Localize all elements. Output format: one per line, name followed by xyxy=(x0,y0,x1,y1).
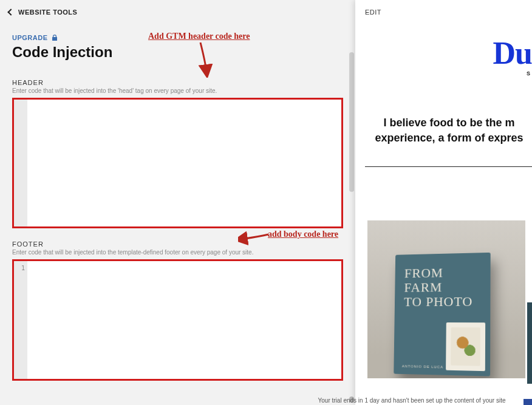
footer-code-input[interactable] xyxy=(27,261,341,379)
settings-panel: WEBSITE TOOLS UPGRADE Code Injection Add… xyxy=(0,0,355,405)
site-logo-text: Du xyxy=(355,38,532,69)
book-image: FROM FARM TO PHOTO ANTONIO DE LUCA xyxy=(367,220,525,378)
bottom-accent xyxy=(523,399,532,405)
preview-divider xyxy=(365,166,532,167)
back-link[interactable]: WEBSITE TOOLS xyxy=(0,0,355,22)
book-title: FROM FARM TO PHOTO xyxy=(395,253,491,310)
back-label: WEBSITE TOOLS xyxy=(18,9,77,16)
scroll-area: UPGRADE Code Injection Add GTM header co… xyxy=(0,24,355,405)
page-title: Code Injection xyxy=(12,44,343,61)
book-title-line-1: FROM FARM xyxy=(404,265,443,295)
hero-line-2: experience, a form of expres xyxy=(375,132,523,144)
footer-code-gutter: 1 xyxy=(14,261,27,379)
header-code-input[interactable] xyxy=(27,100,341,226)
edit-button[interactable]: EDIT xyxy=(355,0,532,19)
chevron-left-icon xyxy=(7,9,14,15)
header-code-gutter xyxy=(14,100,27,226)
footer-section-label: FOOTER xyxy=(12,240,343,248)
header-code-box xyxy=(12,98,343,228)
hero-text: I believe food to be the m experience, a… xyxy=(355,77,532,146)
scrollbar-thumb[interactable] xyxy=(349,52,354,192)
upgrade-link[interactable]: UPGRADE xyxy=(12,34,343,41)
lock-icon xyxy=(52,35,58,41)
upgrade-label: UPGRADE xyxy=(12,34,48,41)
hero-line-1: I believe food to be the m xyxy=(383,117,514,129)
preview-body: Du S I believe food to be the m experien… xyxy=(355,19,532,378)
book-author: ANTONIO DE LUCA xyxy=(402,364,443,369)
site-logo-sub: S xyxy=(355,70,532,77)
header-section-help: Enter code that will be injected into th… xyxy=(12,87,343,94)
side-book-edge xyxy=(527,302,532,384)
book-photo xyxy=(446,322,485,371)
header-section-label: HEADER xyxy=(12,79,343,86)
book-title-line-2: TO PHOTO xyxy=(404,294,472,309)
preview-panel: EDIT Du S I believe food to be the m exp… xyxy=(355,0,532,405)
annotation-footer-note: add body code here xyxy=(268,230,338,239)
footer-section-help: Enter code that will be injected into th… xyxy=(12,249,343,256)
footer-code-box: 1 xyxy=(12,259,343,381)
book-cover: FROM FARM TO PHOTO ANTONIO DE LUCA xyxy=(394,253,490,376)
trial-notice: Your trial ends in 1 day and hasn't been… xyxy=(304,397,520,404)
